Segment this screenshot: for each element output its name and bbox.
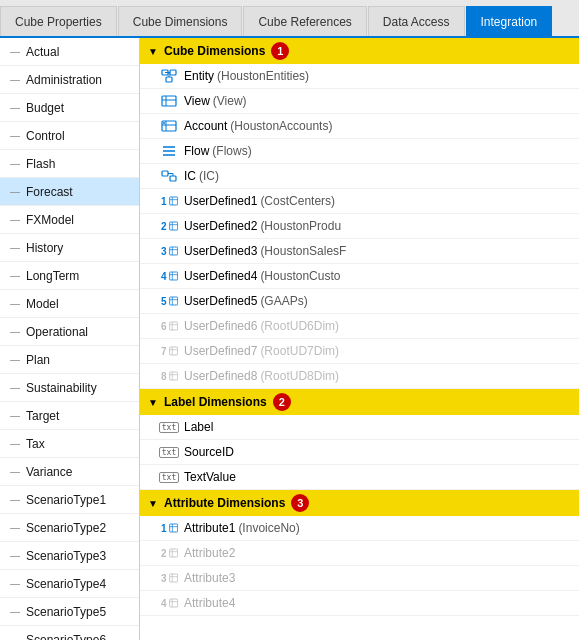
dim-item: 4Attribute4 xyxy=(140,591,579,616)
dim-name: UserDefined8(RootUD8Dim) xyxy=(184,369,339,383)
dim-icon-ud: 1 xyxy=(160,192,178,210)
dim-item: 4UserDefined4(HoustonCusto xyxy=(140,264,579,289)
dim-name: Attribute4 xyxy=(184,596,235,610)
left-panel-item-longterm[interactable]: LongTerm xyxy=(0,262,139,290)
svg-rect-34 xyxy=(169,322,177,330)
dim-name: IC(IC) xyxy=(184,169,219,183)
dim-name: UserDefined1(CostCenters) xyxy=(184,194,335,208)
right-panel: ▼ Cube Dimensions 1 Entity(HoustonEntiti… xyxy=(140,38,579,640)
svg-rect-43 xyxy=(169,524,177,532)
dim-icon-ic xyxy=(160,167,178,185)
dim-name: Flow(Flows) xyxy=(184,144,252,158)
dim-name: Attribute1(InvoiceNo) xyxy=(184,521,300,535)
svg-rect-31 xyxy=(169,297,177,305)
left-panel-item-target[interactable]: Target xyxy=(0,402,139,430)
svg-rect-19 xyxy=(169,197,177,205)
main-content: ActualAdministrationBudgetControlFlashFo… xyxy=(0,38,579,640)
dim-item: txtSourceID xyxy=(140,440,579,465)
dim-item: 7UserDefined7(RootUD7Dim) xyxy=(140,339,579,364)
left-panel-item-history[interactable]: History xyxy=(0,234,139,262)
left-panel-item-scenariotype1[interactable]: ScenarioType1 xyxy=(0,486,139,514)
left-panel-item-budget[interactable]: Budget xyxy=(0,94,139,122)
left-panel: ActualAdministrationBudgetControlFlashFo… xyxy=(0,38,140,640)
dim-icon-ud: 3 xyxy=(160,242,178,260)
dim-item: 1Attribute1(InvoiceNo) xyxy=(140,516,579,541)
left-panel-item-fxmodel[interactable]: FXModel xyxy=(0,206,139,234)
left-panel-item-control[interactable]: Control xyxy=(0,122,139,150)
dim-icon-attr: 3 xyxy=(160,569,178,587)
dim-item: IC(IC) xyxy=(140,164,579,189)
dim-item: txtTextValue xyxy=(140,465,579,490)
dim-name: UserDefined3(HoustonSalesF xyxy=(184,244,346,258)
left-panel-item-scenariotype3[interactable]: ScenarioType3 xyxy=(0,542,139,570)
tab-cube-properties[interactable]: Cube Properties xyxy=(0,6,117,36)
section-badge-label-dimensions: 2 xyxy=(273,393,291,411)
svg-rect-52 xyxy=(169,599,177,607)
svg-rect-46 xyxy=(169,549,177,557)
dim-name: UserDefined6(RootUD6Dim) xyxy=(184,319,339,333)
dim-name: Account(HoustonAccounts) xyxy=(184,119,332,133)
dim-icon-attr: 1 xyxy=(160,519,178,537)
dim-item: 1UserDefined1(CostCenters) xyxy=(140,189,579,214)
svg-rect-22 xyxy=(169,222,177,230)
left-panel-item-scenariotype4[interactable]: ScenarioType4 xyxy=(0,570,139,598)
left-panel-item-plan[interactable]: Plan xyxy=(0,346,139,374)
left-panel-item-flash[interactable]: Flash xyxy=(0,150,139,178)
tab-data-access[interactable]: Data Access xyxy=(368,6,465,36)
section-header-cube-dimensions[interactable]: ▼ Cube Dimensions 1 xyxy=(140,38,579,64)
svg-rect-28 xyxy=(169,272,177,280)
dim-name: Label xyxy=(184,420,213,434)
dim-icon-view xyxy=(160,92,178,110)
left-panel-item-tax[interactable]: Tax xyxy=(0,430,139,458)
section-badge-attribute-dimensions: 3 xyxy=(291,494,309,512)
left-panel-item-scenariotype2[interactable]: ScenarioType2 xyxy=(0,514,139,542)
dim-name: View(View) xyxy=(184,94,247,108)
dim-name: UserDefined5(GAAPs) xyxy=(184,294,308,308)
left-panel-item-sustainability[interactable]: Sustainability xyxy=(0,374,139,402)
dim-icon-ud: 4 xyxy=(160,267,178,285)
svg-rect-40 xyxy=(169,372,177,380)
dim-name: UserDefined2(HoustonProdu xyxy=(184,219,341,233)
left-panel-item-scenariotype5[interactable]: ScenarioType5 xyxy=(0,598,139,626)
app-container: Cube PropertiesCube DimensionsCube Refer… xyxy=(0,0,579,640)
section-title-label-dimensions: Label Dimensions xyxy=(164,395,267,409)
left-panel-item-scenariotype6[interactable]: ScenarioType6 xyxy=(0,626,139,640)
left-panel-item-variance[interactable]: Variance xyxy=(0,458,139,486)
dim-item: txtLabel xyxy=(140,415,579,440)
svg-rect-37 xyxy=(169,347,177,355)
dim-name: UserDefined7(RootUD7Dim) xyxy=(184,344,339,358)
left-panel-item-actual[interactable]: Actual xyxy=(0,38,139,66)
dim-item: View(View) xyxy=(140,89,579,114)
left-panel-item-administration[interactable]: Administration xyxy=(0,66,139,94)
svg-rect-16 xyxy=(170,176,176,181)
svg-rect-2 xyxy=(166,77,172,82)
section-header-attribute-dimensions[interactable]: ▼ Attribute Dimensions 3 xyxy=(140,490,579,516)
collapse-icon-label-dimensions: ▼ xyxy=(146,395,160,409)
dim-item: 2Attribute2 xyxy=(140,541,579,566)
svg-rect-49 xyxy=(169,574,177,582)
left-panel-item-forecast[interactable]: Forecast xyxy=(0,178,139,206)
left-panel-item-operational[interactable]: Operational xyxy=(0,318,139,346)
tabs-bar: Cube PropertiesCube DimensionsCube Refer… xyxy=(0,0,579,38)
section-header-label-dimensions[interactable]: ▼ Label Dimensions 2 xyxy=(140,389,579,415)
section-title-attribute-dimensions: Attribute Dimensions xyxy=(164,496,285,510)
dim-name: Attribute3 xyxy=(184,571,235,585)
dim-name: Attribute2 xyxy=(184,546,235,560)
left-panel-item-model[interactable]: Model xyxy=(0,290,139,318)
dim-item: 5UserDefined5(GAAPs) xyxy=(140,289,579,314)
section-title-cube-dimensions: Cube Dimensions xyxy=(164,44,265,58)
dim-name: Entity(HoustonEntities) xyxy=(184,69,309,83)
dim-icon-attr: 4 xyxy=(160,594,178,612)
dim-icon-txt: txt xyxy=(160,443,178,461)
tab-integration[interactable]: Integration xyxy=(466,6,553,36)
dim-icon-entity xyxy=(160,67,178,85)
svg-rect-15 xyxy=(162,171,168,176)
dim-item: 2UserDefined2(HoustonProdu xyxy=(140,214,579,239)
tab-cube-dimensions[interactable]: Cube Dimensions xyxy=(118,6,243,36)
dim-item: 3UserDefined3(HoustonSalesF xyxy=(140,239,579,264)
dim-icon-ud: 6 xyxy=(160,317,178,335)
dim-icon-txt: txt xyxy=(160,418,178,436)
svg-rect-5 xyxy=(162,96,176,106)
tab-cube-references[interactable]: Cube References xyxy=(243,6,366,36)
dim-name: SourceID xyxy=(184,445,234,459)
